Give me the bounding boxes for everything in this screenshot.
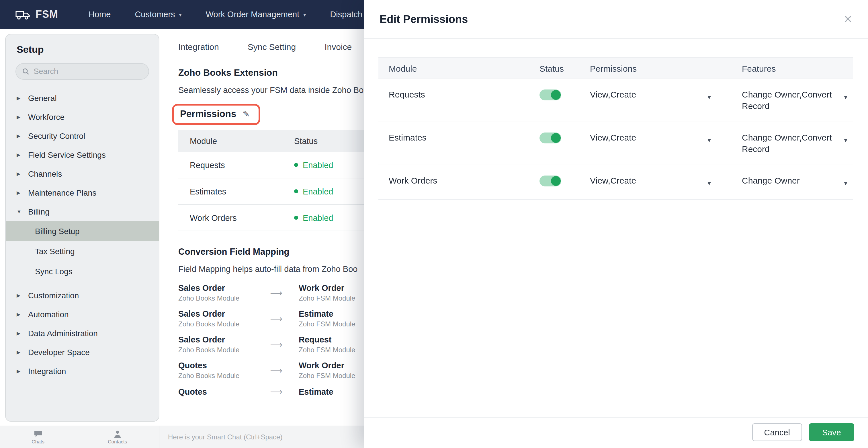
sidebar-title: Setup: [17, 44, 159, 56]
sidebar-item-automation[interactable]: ▶Automation: [6, 305, 159, 324]
contacts-button[interactable]: Contacts: [108, 430, 127, 444]
nav-item-home[interactable]: Home: [89, 10, 111, 19]
toggle-knob: [551, 176, 561, 186]
permissions-dropdown[interactable]: View,Create ▼: [590, 132, 742, 146]
permissions-dropdown[interactable]: View,Create ▼: [590, 89, 742, 103]
sidebar-item-customization[interactable]: ▶Customization: [6, 286, 159, 305]
permissions-dropdown[interactable]: View,Create ▼: [590, 175, 742, 189]
sidebar-item-label: Billing Setup: [35, 226, 80, 236]
sidebar-item-general[interactable]: ▶General: [6, 88, 159, 107]
cancel-button[interactable]: Cancel: [752, 423, 802, 441]
arrow-right-icon: ⟶: [270, 365, 299, 376]
sidebar-item-label: Developer Space: [28, 347, 90, 357]
permissions-section-title: Permissions: [180, 109, 236, 119]
table-row: Estimates View,Create ▼ Change Owner,Con…: [378, 122, 853, 165]
sidebar-item-tax-setting[interactable]: Tax Setting: [6, 241, 159, 261]
sidebar-item-maintenance-plans[interactable]: ▶Maintenance Plans: [6, 183, 159, 202]
chevron-down-icon: ▼: [843, 132, 848, 146]
arrow-right-icon: ⟶: [270, 313, 299, 324]
status-toggle[interactable]: [539, 132, 561, 143]
toggle-knob: [551, 133, 561, 143]
status-toggle[interactable]: [539, 89, 561, 100]
permissions-highlight-annotation: Permissions ✎: [172, 104, 260, 125]
status-toggle[interactable]: [539, 176, 561, 186]
sidebar-item-workforce[interactable]: ▶Workforce: [6, 107, 159, 126]
edit-permissions-drawer: Edit Permissions ✕ Module Status Permiss…: [364, 0, 868, 448]
mapping-from: Sales OrderZoho Books Module: [178, 283, 270, 302]
search-input[interactable]: [34, 67, 142, 76]
features-dropdown[interactable]: Change Owner,Convert Record ▼: [742, 89, 853, 112]
chevron-right-icon: ▶: [17, 349, 22, 355]
fsm-logo[interactable]: FSM: [0, 8, 74, 20]
edit-permissions-table: Module Status Permissions Features Reque…: [378, 57, 853, 200]
person-icon: [114, 430, 122, 438]
bottom-bar-left: Chats Contacts: [0, 426, 159, 448]
status-dot-icon: [294, 216, 298, 220]
status-dot-icon: [294, 163, 298, 167]
chevron-right-icon: ▶: [17, 330, 22, 336]
tab-invoice[interactable]: Invoice: [324, 42, 352, 52]
nav-item-label: Home: [89, 10, 111, 19]
column-header-module: Module: [190, 137, 294, 146]
sidebar-item-label: Billing: [28, 207, 50, 216]
sidebar-item-billing[interactable]: ▼Billing: [6, 202, 159, 221]
module-name: Work Orders: [389, 175, 539, 186]
tab-sync-setting[interactable]: Sync Setting: [248, 42, 296, 52]
status-dot-icon: [294, 189, 298, 193]
chevron-down-icon: ▾: [179, 11, 182, 18]
chevron-down-icon: ▼: [706, 175, 712, 189]
sidebar-item-channels[interactable]: ▶Channels: [6, 164, 159, 183]
nav-item-label: Work Order Management: [206, 10, 300, 19]
chevron-down-icon: ▼: [17, 209, 22, 214]
chevron-down-icon: ▼: [843, 175, 848, 189]
sidebar-search[interactable]: [16, 63, 149, 80]
sidebar-item-field-service-settings[interactable]: ▶Field Service Settings: [6, 145, 159, 164]
setup-sidebar: Setup ▶General ▶Workforce ▶Security Cont…: [5, 34, 159, 422]
sidebar-item-label: General: [28, 93, 57, 102]
chevron-right-icon: ▶: [17, 292, 22, 298]
chats-label: Chats: [32, 439, 44, 444]
sidebar-item-label: Sync Logs: [35, 266, 72, 276]
chats-button[interactable]: Chats: [32, 430, 44, 444]
sidebar-item-sync-logs[interactable]: Sync Logs: [6, 261, 159, 281]
chevron-right-icon: ▶: [17, 114, 22, 120]
table-header: Module Status Permissions Features: [378, 57, 853, 79]
tab-integration[interactable]: Integration: [178, 42, 219, 52]
chevron-right-icon: ▶: [17, 133, 22, 139]
sidebar-item-billing-setup[interactable]: Billing Setup: [6, 221, 159, 241]
nav-item-customers[interactable]: Customers ▾: [135, 10, 182, 19]
chevron-down-icon: ▼: [706, 89, 712, 103]
drawer-footer: Cancel Save: [364, 418, 868, 448]
mapping-from: QuotesZoho Books Module: [178, 361, 270, 380]
table-row: Work Orders View,Create ▼ Change Owner ▼: [378, 165, 853, 200]
nav-item-work-order-management[interactable]: Work Order Management ▾: [206, 10, 306, 19]
setup-tree: ▶General ▶Workforce ▶Security Control ▶F…: [6, 88, 159, 380]
sidebar-item-data-administration[interactable]: ▶Data Administration: [6, 324, 159, 342]
chevron-down-icon: ▾: [303, 11, 306, 18]
drawer-header: Edit Permissions ✕: [364, 0, 868, 39]
search-icon: [22, 68, 29, 75]
sidebar-item-integration[interactable]: ▶Integration: [6, 361, 159, 380]
sidebar-item-label: Field Service Settings: [28, 150, 106, 159]
chevron-down-icon: ▼: [843, 89, 848, 103]
features-dropdown[interactable]: Change Owner ▼: [742, 175, 853, 189]
column-header-module: Module: [389, 63, 539, 73]
sidebar-item-developer-space[interactable]: ▶Developer Space: [6, 342, 159, 361]
chevron-right-icon: ▶: [17, 311, 22, 317]
app-window: FSM Home Customers ▾ Work Order Manageme…: [0, 0, 868, 448]
close-icon[interactable]: ✕: [843, 14, 852, 25]
toggle-knob: [551, 90, 561, 100]
arrow-right-icon: ⟶: [270, 288, 299, 298]
column-header-status: Status: [539, 63, 590, 73]
arrow-right-icon: ⟶: [270, 339, 299, 350]
nav-item-label: Customers: [135, 10, 175, 19]
save-button[interactable]: Save: [809, 423, 854, 441]
module-name: Requests: [190, 160, 294, 170]
sidebar-item-security-control[interactable]: ▶Security Control: [6, 126, 159, 145]
module-name: Estimates: [190, 187, 294, 196]
sidebar-item-label: Data Administration: [28, 328, 98, 337]
features-dropdown[interactable]: Change Owner,Convert Record ▼: [742, 132, 853, 155]
edit-pencil-icon[interactable]: ✎: [243, 109, 250, 119]
chevron-right-icon: ▶: [17, 368, 22, 374]
chevron-right-icon: ▶: [17, 171, 22, 176]
